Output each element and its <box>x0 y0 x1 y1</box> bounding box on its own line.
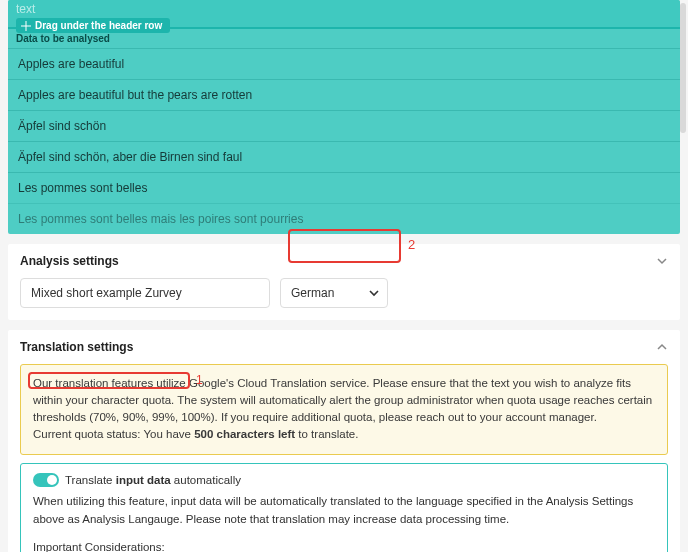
analysis-name-input[interactable] <box>20 278 270 308</box>
callout-number: 1 <box>196 373 203 387</box>
chevron-up-icon[interactable] <box>656 341 668 353</box>
chevron-down-icon <box>368 287 380 299</box>
translate-input-toggle[interactable] <box>33 473 59 487</box>
callout-number: 2 <box>408 237 415 252</box>
scrollbar[interactable] <box>680 3 686 133</box>
quota-warning: Our translation features utilize Google'… <box>20 364 668 455</box>
toggle-label: Translate input data automatically <box>65 472 241 490</box>
language-select[interactable]: German <box>280 278 388 308</box>
table-row[interactable]: Apples are beautiful but the pears are r… <box>8 79 680 110</box>
table-row[interactable]: Les pommes sont belles <box>8 172 680 203</box>
data-table: text Drag under the header row Data to b… <box>8 0 680 234</box>
translation-settings-panel: Translation settings Our translation fea… <box>8 330 680 553</box>
table-row[interactable]: Apples are beautiful <box>8 48 680 79</box>
table-row[interactable]: Les pommes sont belles mais les poires s… <box>8 203 680 234</box>
table-row[interactable]: Äpfel sind schön, aber die Birnen sind f… <box>8 141 680 172</box>
analysis-settings-panel: Analysis settings German <box>8 244 680 320</box>
column-name: text <box>16 2 35 16</box>
translation-info-box: Translate input data automatically When … <box>20 463 668 553</box>
translation-desc: When utilizing this feature, input data … <box>33 493 655 529</box>
language-value: German <box>291 286 334 300</box>
move-icon <box>21 21 31 31</box>
panel-title: Translation settings <box>20 340 133 354</box>
chevron-down-icon[interactable] <box>656 255 668 267</box>
panel-title: Analysis settings <box>20 254 119 268</box>
drag-hint-pill[interactable]: Drag under the header row <box>16 18 170 33</box>
considerations-heading: Important Considerations: <box>33 539 655 552</box>
table-row[interactable]: Äpfel sind schön <box>8 110 680 141</box>
